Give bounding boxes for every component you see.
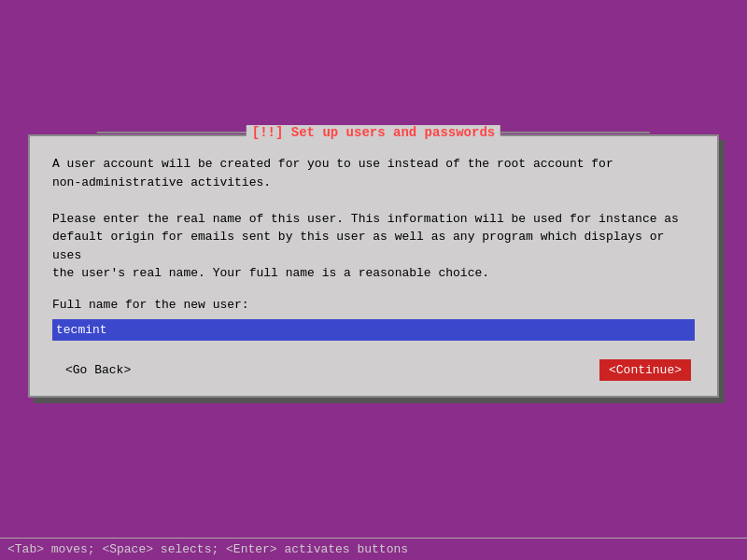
desc-line1: A user account will be created for you t… xyxy=(52,155,695,174)
dialog-wrapper: [!!] Set up users and passwords A user a… xyxy=(28,134,719,398)
desc-line2: non-administrative activities. xyxy=(52,174,695,192)
buttons-row: <Go Back> <Continue> xyxy=(52,359,695,381)
description-block: A user account will be created for you t… xyxy=(52,155,695,283)
title-line-left xyxy=(97,132,247,133)
dialog-content: A user account will be created for you t… xyxy=(30,136,717,396)
continue-button[interactable]: <Continue> xyxy=(599,359,691,381)
dialog-box: [!!] Set up users and passwords A user a… xyxy=(28,134,719,398)
status-text: <Tab> moves; <Space> selects; <Enter> ac… xyxy=(7,542,408,556)
go-back-button[interactable]: <Go Back> xyxy=(56,359,140,381)
fullname-input[interactable] xyxy=(52,319,695,341)
title-bar: [!!] Set up users and passwords xyxy=(97,125,650,140)
desc-line4: default origin for emails sent by this u… xyxy=(52,228,695,264)
desc-line3: Please enter the real name of this user.… xyxy=(52,210,695,229)
dialog-title: [!!] Set up users and passwords xyxy=(247,125,500,140)
field-label: Full name for the new user: xyxy=(52,298,695,312)
screen: [!!] Set up users and passwords A user a… xyxy=(0,0,747,560)
status-bar: <Tab> moves; <Space> selects; <Enter> ac… xyxy=(0,538,747,560)
desc-line5: the user's real name. Your full name is … xyxy=(52,264,695,283)
title-line-right xyxy=(500,132,650,133)
